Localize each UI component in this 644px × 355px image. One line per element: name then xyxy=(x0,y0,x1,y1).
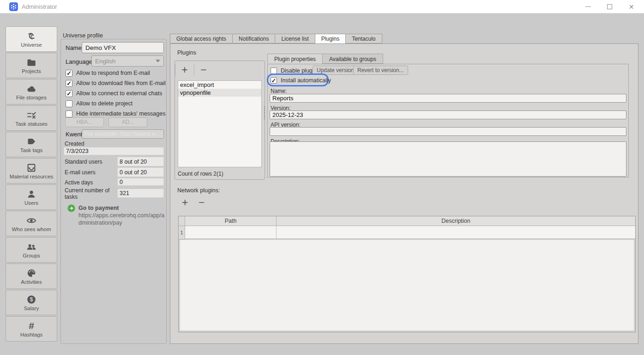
checklist-icon xyxy=(26,110,36,120)
language-select[interactable]: English xyxy=(91,55,164,67)
current-tasks-value: 321 xyxy=(117,189,164,198)
tab-available-to-groups[interactable]: Available to groups xyxy=(322,54,383,64)
universe-name-input[interactable] xyxy=(82,42,164,53)
add-plugin-button[interactable]: + xyxy=(175,63,194,77)
sidebar: Universe Projects File storages Task sta… xyxy=(6,26,57,342)
checkbox-label: Allow to connect to external chats xyxy=(76,90,162,97)
network-plugins-label: Network plugins: xyxy=(177,187,220,194)
created-label: Created xyxy=(65,141,84,147)
standard-users-label: Standard users xyxy=(65,159,102,165)
plugins-count-label: Count of rows 2(1) xyxy=(178,171,223,177)
plugin-name-label: Name: xyxy=(271,88,287,94)
sidebar-item-salary[interactable]: $ Salary xyxy=(6,290,57,315)
description-cell[interactable] xyxy=(277,226,635,239)
tab-plugin-properties[interactable]: Plugin properties xyxy=(267,54,322,64)
add-network-plugin-button[interactable]: + xyxy=(182,196,188,209)
sidebar-item-hashtags[interactable]: # Hashtags xyxy=(6,316,57,342)
sidebar-item-projects[interactable]: Projects xyxy=(6,53,57,78)
checkbox-label: Allow to respond from E-mail xyxy=(76,70,150,76)
network-plugins-table: Path Description 1 xyxy=(178,216,636,332)
checkbox-download-files[interactable]: ✓ Allow to download files from E-mail xyxy=(66,80,166,87)
hash-icon: # xyxy=(29,321,34,331)
sidebar-item-label: Projects xyxy=(22,68,41,74)
sidebar-item-who-sees-whom[interactable]: Who sees whom xyxy=(6,211,57,236)
kwent-label: Kwent xyxy=(66,131,82,138)
path-cell[interactable] xyxy=(185,226,277,239)
hba-button[interactable]: HBA... xyxy=(65,117,104,127)
checkbox-hide-intermediate[interactable]: Hide intermediate tasks' messages xyxy=(66,110,165,117)
sidebar-item-label: File storages xyxy=(16,95,47,100)
plugin-name-input[interactable] xyxy=(270,94,626,103)
minimize-button[interactable] xyxy=(577,0,599,13)
plugins-group-title: Plugins xyxy=(177,49,196,56)
ad-button[interactable]: AD... xyxy=(108,117,147,127)
checkbox-icon xyxy=(66,110,72,117)
name-label: Name xyxy=(66,44,82,51)
email-users-label: E-mail users xyxy=(65,169,96,176)
tab-tentaculo[interactable]: Tentaculo xyxy=(345,34,382,43)
plugin-list-item[interactable]: excel_import xyxy=(178,81,261,89)
sidebar-item-label: Users xyxy=(24,200,38,206)
row-number-cell: 1 xyxy=(179,226,185,239)
panel-splitter-handle[interactable] xyxy=(264,106,266,120)
language-value: English xyxy=(95,58,115,65)
plugins-list: excel_import vpnopenfile xyxy=(178,80,262,167)
plugins-toolbar: + − xyxy=(175,61,265,79)
go-to-payment-link[interactable]: Go to payment xyxy=(78,205,119,211)
plugin-api-version-input[interactable] xyxy=(270,127,626,136)
table-corner-cell xyxy=(179,216,185,226)
maximize-button[interactable] xyxy=(599,0,620,13)
column-header-description[interactable]: Description xyxy=(277,216,635,226)
tab-plugins[interactable]: Plugins xyxy=(315,34,345,44)
close-button[interactable]: ✕ xyxy=(620,0,642,13)
checkbox-label: Allow to download files from E-mail xyxy=(76,80,166,86)
maximize-icon xyxy=(607,4,612,9)
palette-icon xyxy=(26,268,36,278)
language-label: Language xyxy=(66,58,92,65)
sidebar-item-universe[interactable]: Universe xyxy=(6,26,57,52)
plugin-list-item-selected[interactable]: vpnopenfile xyxy=(178,89,261,97)
disable-plugin-checkbox[interactable]: Disable plugin xyxy=(271,67,317,74)
properties-tab-bar: Plugin properties Available to groups xyxy=(267,54,383,64)
sidebar-item-task-statuses[interactable]: Task statuses xyxy=(6,105,57,131)
plugin-description-input[interactable] xyxy=(270,141,626,177)
sidebar-item-label: Task statuses xyxy=(15,121,48,127)
plugins-group: + − excel_import vpnopenfile Count of ro… xyxy=(175,61,265,180)
checkbox-respond-email[interactable]: ✓ Allow to respond from E-mail xyxy=(66,69,150,77)
universe-profile-panel: Name Language English ✓ Allow to respond… xyxy=(60,39,167,344)
payment-url[interactable]: https://apps.cerebrohq.com/app/administr… xyxy=(78,212,167,226)
checkbox-delete-project[interactable]: Allow to delete project xyxy=(66,100,132,107)
kwent-input[interactable] xyxy=(82,129,164,139)
column-header-path[interactable]: Path xyxy=(185,216,277,226)
checkbox-icon: ✓ xyxy=(66,90,72,97)
plugin-version-input[interactable] xyxy=(270,110,626,119)
tab-license-list[interactable]: License list xyxy=(275,34,314,43)
checkbox-external-chats[interactable]: ✓ Allow to connect to external chats xyxy=(66,90,162,97)
tab-notifications[interactable]: Notifications xyxy=(232,34,275,43)
revert-to-version-button[interactable]: Revert to version... xyxy=(353,66,408,75)
sidebar-item-label: Universe xyxy=(21,42,42,48)
cloud-icon xyxy=(26,84,36,94)
tag-icon xyxy=(26,136,36,147)
install-automatically-checkbox[interactable]: ✓ Install automatically xyxy=(271,77,331,84)
sidebar-item-groups[interactable]: Groups xyxy=(6,237,57,263)
folder-icon xyxy=(26,57,36,67)
remove-plugin-button[interactable]: − xyxy=(194,63,213,77)
table-empty-area xyxy=(180,240,634,331)
sidebar-item-activities[interactable]: Activities xyxy=(6,263,57,289)
window-controls: ✕ xyxy=(577,0,642,13)
sidebar-item-material-resources[interactable]: Material resources xyxy=(6,158,57,184)
tab-global-access-rights[interactable]: Global access rights xyxy=(170,34,232,43)
main-tab-bar: Global access rights Notifications Licen… xyxy=(170,34,382,44)
close-icon: ✕ xyxy=(629,4,634,10)
sidebar-item-file-storages[interactable]: File storages xyxy=(6,79,57,104)
minimize-icon xyxy=(585,6,591,7)
plugins-tab-panel: Plugins + − excel_import vpnopenfile Cou… xyxy=(170,43,638,344)
standard-users-value: 8 out of 20 xyxy=(117,157,164,166)
sidebar-item-users[interactable]: Users xyxy=(6,184,57,210)
people-icon xyxy=(26,242,36,252)
table-header-row: Path Description xyxy=(179,216,635,226)
sidebar-item-task-tags[interactable]: Task tags xyxy=(6,132,57,157)
remove-network-plugin-button[interactable]: − xyxy=(199,196,205,209)
checkbox-icon: ✓ xyxy=(66,70,72,77)
